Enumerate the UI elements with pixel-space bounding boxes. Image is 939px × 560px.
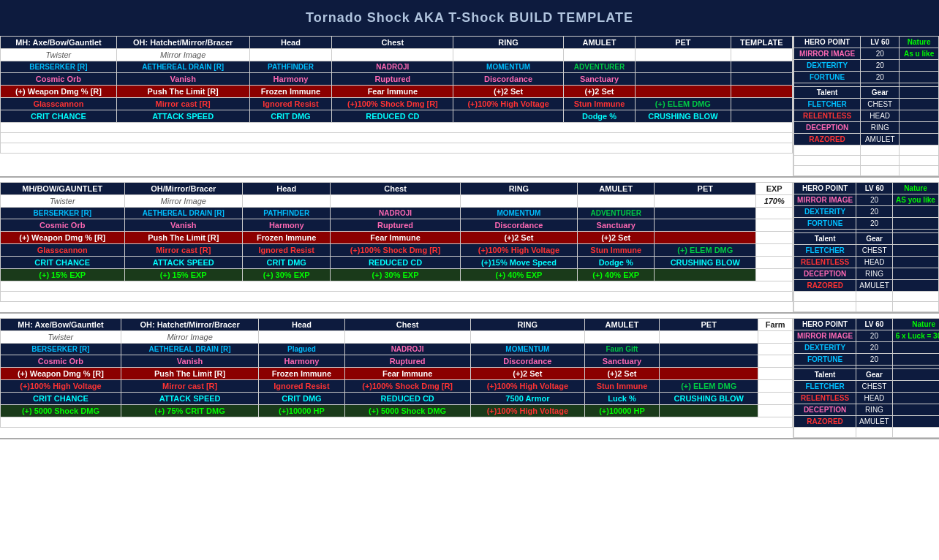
section-template: MH: Axe/Bow/Gauntlet OH: Hatchet/Mirror/… (0, 36, 939, 178)
col-pet: PET (636, 37, 731, 49)
exp-row-glasscannon: Glasscannon Mirror cast [R] Ignored Resi… (1, 244, 793, 257)
row-weapon-1: (+) Weapon Dmg % [R] Push The Limit [R] … (1, 86, 793, 98)
col-ring: RING (453, 37, 563, 49)
page-title: Tornado Shock AKA T-Shock BUILD TEMPLATE (0, 0, 939, 36)
sid-exp-empty3 (794, 302, 939, 312)
row-crit-1: CRIT CHANCE ATTACK SPEED CRIT DMG REDUCE… (1, 110, 793, 123)
sidebar-razored-1: RAZORED AMULET (794, 134, 939, 145)
sidebar-relentless-1: RELENTLESS HEAD (794, 110, 939, 122)
col-chest: Chest (332, 37, 453, 49)
row-empty-3 (1, 143, 793, 154)
col-head: Head (249, 37, 332, 49)
exp-row-twister: Twister Mirror Image 170% (1, 195, 793, 208)
sid-farm-fort: FORTUNE 20 (794, 354, 940, 366)
sidebar-mirror-row-1: MIRROR IMAGE 20 As u like (794, 48, 939, 60)
farm-row-weapon: (+) Weapon Dmg % [R] Push The Limit [R] … (1, 368, 793, 380)
sidebar-deception-1: DECEPTION RING (794, 122, 939, 134)
farm-table-area: MH: Axe/Bow/Gauntlet OH: Hatchet/Mirror/… (0, 318, 793, 438)
table-header-row: MH: Axe/Bow/Gauntlet OH: Hatchet/Mirror/… (1, 37, 793, 49)
exp-empty-1 (1, 281, 793, 292)
exp-empty-2 (1, 292, 793, 302)
row-berserker-1: BERSERKER [R] AETHEREAL DRAIN [R] PATHFI… (1, 61, 793, 73)
sid-farm-mirror: MIRROR IMAGE 20 6 x Luck = 300% (794, 330, 940, 342)
row-cosmic-1: Cosmic Orb Vanish Harmony Ruptured Disco… (1, 73, 793, 86)
col-label: TEMPLATE (731, 37, 792, 49)
farm-row-crit: CRIT CHANCE ATTACK SPEED CRIT DMG REDUCE… (1, 393, 793, 405)
farm-row-glasscannon: (+)100% High Voltage Mirror cast [R] Ign… (1, 380, 793, 393)
farm-header-row: MH: Axe/Bow/Gauntlet OH: Hatchet/Mirror/… (1, 319, 793, 331)
farm-row-cosmic: Cosmic Orb Vanish Harmony Ruptured Disco… (1, 355, 793, 368)
page: Tornado Shock AKA T-Shock BUILD TEMPLATE… (0, 0, 939, 439)
sidebar-farm: HERO POINT LV 60 Nature MIRROR IMAGE 20 … (793, 318, 939, 438)
col-amulet: AMULET (563, 37, 635, 49)
sid-exp-razored: RAZORED AMULET (794, 280, 939, 292)
template-table: MH: Axe/Bow/Gauntlet OH: Hatchet/Mirror/… (0, 36, 793, 154)
farm-row-twister: Twister Mirror Image (1, 331, 793, 344)
exp-row-cosmic: Cosmic Orb Vanish Harmony Ruptured Disco… (1, 219, 793, 232)
section-farm: MH: Axe/Bow/Gauntlet OH: Hatchet/Mirror/… (0, 318, 939, 439)
sidebar-talent-header-1: Talent Gear (794, 87, 939, 99)
sidebar-empty-2 (794, 145, 939, 156)
sid-exp-mirror: MIRROR IMAGE 20 AS you like (794, 194, 939, 206)
sidebar-fletcher-1: FLETCHER CHEST (794, 99, 939, 110)
sid-exp-dex: DEXTERITY 20 (794, 206, 939, 218)
sid-farm-razored: RAZORED AMULET (794, 416, 940, 428)
sidebar-empty-4 (794, 166, 939, 176)
exp-table: MH/BOW/GAUNTLET OH/Mirror/Bracer Head Ch… (0, 182, 793, 302)
sid-exp-fletcher: FLETCHER CHEST (794, 245, 939, 257)
farm-empty-1 (1, 417, 793, 428)
sid-farm-fletcher: FLETCHER CHEST (794, 381, 940, 393)
farm-table: MH: Axe/Bow/Gauntlet OH: Hatchet/Mirror/… (0, 318, 793, 428)
title-text: Tornado Shock AKA T-Shock BUILD TEMPLATE (306, 10, 633, 25)
col-mh: MH: Axe/Bow/Gauntlet (1, 37, 117, 49)
exp-row-crit: CRIT CHANCE ATTACK SPEED CRIT DMG REDUCE… (1, 257, 793, 269)
exp-row-berserker: BERSERKER [R] AETHEREAL DRAIN [R] PATHFI… (1, 208, 793, 219)
template-table-area: MH: Axe/Bow/Gauntlet OH: Hatchet/Mirror/… (0, 36, 793, 176)
sidebar-template-table: HERO POINT LV 60 Nature MIRROR IMAGE 20 … (793, 36, 939, 176)
exp-row-exp: (+) 15% EXP (+) 15% EXP (+) 30% EXP (+) … (1, 269, 793, 281)
farm-row-berserker: BERSERKER [R] AETHEREAL DRAIN [R] Plague… (1, 344, 793, 355)
sid-farm-deception: DECEPTION RING (794, 404, 940, 416)
sid-exp-deception: DECEPTION RING (794, 268, 939, 280)
exp-row-weapon: (+) Weapon Dmg % [R] Push The Limit [R] … (1, 232, 793, 244)
sidebar-exp-table: HERO POINT LV 60 Nature MIRROR IMAGE 20 … (793, 182, 939, 312)
exp-header-row: MH/BOW/GAUNTLET OH/Mirror/Bracer Head Ch… (1, 183, 793, 195)
section-exp: MH/BOW/GAUNTLET OH/Mirror/Bracer Head Ch… (0, 182, 939, 314)
sid-farm-talent-hdr: Talent Gear (794, 369, 940, 381)
row-empty-1 (1, 123, 793, 133)
sidebar-empty-3 (794, 156, 939, 166)
sidebar-header-row-1: HERO POINT LV 60 Nature (794, 37, 939, 48)
sidebar-farm-table: HERO POINT LV 60 Nature MIRROR IMAGE 20 … (793, 318, 939, 438)
sid-exp-relentless: RELENTLESS HEAD (794, 257, 939, 268)
row-empty-2 (1, 133, 793, 143)
sid-farm-dex: DEXTERITY 20 (794, 342, 940, 354)
sid-farm-relentless: RELENTLESS HEAD (794, 393, 940, 404)
sid-exp-header: HERO POINT LV 60 Nature (794, 183, 939, 194)
sidebar-exp: HERO POINT LV 60 Nature MIRROR IMAGE 20 … (793, 182, 939, 312)
exp-table-area: MH/BOW/GAUNTLET OH/Mirror/Bracer Head Ch… (0, 182, 793, 312)
sid-exp-empty2 (794, 292, 939, 302)
col-oh: OH: Hatchet/Mirror/Bracer (116, 37, 249, 49)
row-twister-1: Twister Mirror Image (1, 49, 793, 61)
row-glasscannon-1: Glasscannon Mirror cast [R] Ignored Resi… (1, 98, 793, 110)
sid-exp-fort: FORTUNE 20 (794, 218, 939, 230)
sid-farm-header: HERO POINT LV 60 Nature (794, 319, 940, 330)
farm-row-bottom: (+) 5000 Shock DMG (+) 75% CRIT DMG (+)1… (1, 405, 793, 417)
sidebar-dex-row-1: DEXTERITY 20 (794, 60, 939, 72)
sidebar-template: HERO POINT LV 60 Nature MIRROR IMAGE 20 … (793, 36, 939, 176)
sid-exp-talent-hdr: Talent Gear (794, 233, 939, 245)
sidebar-fort-row-1: FORTUNE 20 (794, 72, 939, 83)
sid-farm-empty2 (794, 428, 940, 438)
